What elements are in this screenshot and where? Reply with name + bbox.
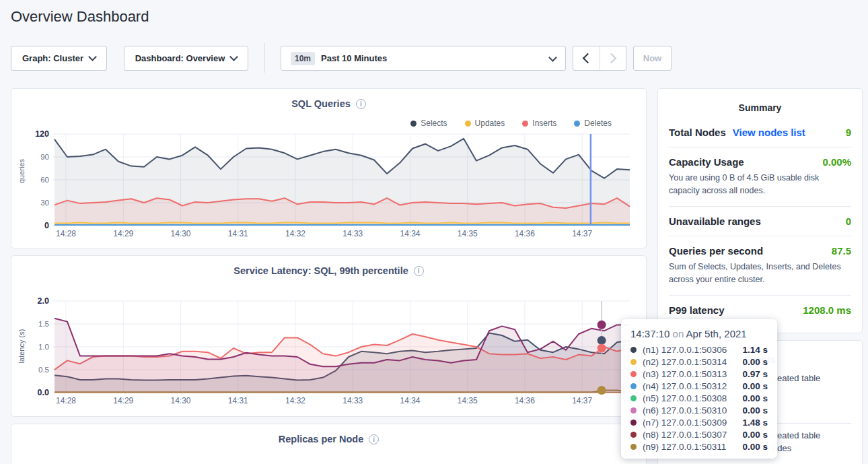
svg-text:14:32: 14:32 — [285, 229, 305, 238]
legend-item[interactable]: Updates — [465, 119, 505, 128]
now-button[interactable]: Now — [633, 46, 672, 71]
svg-text:14:36: 14:36 — [515, 229, 535, 238]
chart-title-text: SQL Queries — [291, 98, 351, 109]
svg-text:14:29: 14:29 — [113, 229, 133, 238]
summary-value: 9 — [846, 127, 851, 138]
chart-title: Replicas per Node — [11, 434, 646, 444]
view-nodes-link[interactable]: View nodes list — [733, 127, 805, 138]
tooltip-date: Apr 5th, 2021 — [686, 328, 747, 339]
summary-value: 87.5 — [832, 245, 851, 257]
summary-label: P99 latency — [669, 304, 725, 316]
prev-time-button[interactable] — [573, 46, 600, 70]
node-color-dot-icon — [630, 420, 637, 426]
summary-row-total-nodes: Total Nodes View nodes list 9 — [669, 113, 851, 147]
node-color-dot-icon — [630, 383, 637, 389]
dashboard-dropdown[interactable]: Dashboard: Overview — [124, 46, 248, 71]
node-color-dot-icon — [630, 347, 637, 353]
time-range-dropdown[interactable]: 10m Past 10 Minutes — [281, 46, 566, 71]
tooltip-row: (n8) 127.0.0.1:503070.00 s — [630, 428, 768, 440]
svg-text:14:34: 14:34 — [400, 229, 420, 238]
graph-dropdown[interactable]: Graph: Cluster — [11, 46, 107, 71]
svg-text:14:29: 14:29 — [113, 396, 133, 405]
chevron-down-icon — [229, 53, 238, 61]
node-color-dot-icon — [630, 395, 637, 401]
svg-text:1.5: 1.5 — [38, 320, 49, 328]
svg-text:14:31: 14:31 — [228, 229, 248, 238]
service-latency-chart[interactable]: 14:2814:2914:3014:3114:3214:3314:3414:35… — [28, 296, 641, 410]
node-latency-value: 0.00 s — [742, 357, 768, 367]
svg-text:30: 30 — [40, 199, 49, 207]
chevron-down-icon — [88, 53, 97, 61]
summary-value: 0.00% — [822, 156, 851, 168]
info-icon[interactable] — [369, 434, 379, 444]
node-latency-value: 0.00 s — [742, 430, 768, 440]
node-color-dot-icon — [630, 444, 637, 450]
summary-label: Unavailable ranges — [669, 216, 761, 227]
summary-label: Queries per second — [669, 245, 763, 257]
summary-row-qps: Queries per second 87.5 Sum of Selects, … — [669, 236, 851, 295]
svg-text:60: 60 — [40, 176, 49, 184]
node-label: (n1) 127.0.0.1:50306 — [643, 345, 727, 355]
graph-dropdown-label: Graph: Cluster — [22, 53, 83, 63]
svg-text:14:28: 14:28 — [56, 396, 76, 405]
node-color-dot-icon — [630, 432, 637, 438]
summary-description: Sum of Selects, Updates, Inserts, and De… — [669, 261, 851, 286]
node-label: (n2) 127.0.0.1:50314 — [643, 357, 727, 367]
tooltip-row: (n1) 127.0.0.1:503061.14 s — [630, 343, 768, 356]
legend-dot-icon — [574, 121, 580, 127]
info-icon[interactable] — [356, 99, 366, 109]
event-fragment: eated table — [777, 430, 820, 440]
summary-panel: Summary Total Nodes View nodes list 9 Ca… — [657, 88, 863, 333]
summary-value: 0 — [846, 216, 851, 227]
legend-item[interactable]: Deletes — [574, 119, 612, 128]
svg-text:14:33: 14:33 — [342, 229, 363, 238]
tooltip-row: (n4) 127.0.0.1:503120.00 s — [630, 380, 768, 392]
svg-text:1.0: 1.0 — [38, 343, 49, 351]
tooltip-row: (n9) 127.0.0.1:503110.00 s — [630, 440, 768, 453]
node-latency-value: 0.00 s — [742, 381, 768, 391]
svg-text:0.5: 0.5 — [38, 366, 49, 374]
svg-text:14:34: 14:34 — [400, 396, 420, 405]
svg-text:90: 90 — [40, 153, 49, 161]
replicas-per-node-panel: Replicas per Node — [11, 424, 647, 464]
next-time-button[interactable] — [600, 46, 626, 70]
svg-text:0.0: 0.0 — [38, 388, 49, 397]
chart-title: Service Latency: SQL, 99th percentile — [11, 265, 646, 276]
node-label: (n3) 127.0.0.1:50313 — [643, 369, 727, 379]
time-range-badge: 10m — [291, 52, 315, 65]
svg-text:14:35: 14:35 — [458, 229, 478, 238]
svg-text:14:36: 14:36 — [515, 396, 535, 405]
tooltip-on: on — [673, 328, 684, 339]
svg-text:0: 0 — [44, 221, 49, 230]
svg-text:14:37: 14:37 — [572, 396, 592, 405]
dashboard-dropdown-label: Dashboard: Overview — [135, 53, 225, 63]
info-icon[interactable] — [414, 266, 424, 276]
legend-item[interactable]: Inserts — [522, 119, 556, 128]
legend-dot-icon — [522, 121, 528, 127]
legend-label: Updates — [475, 119, 505, 128]
chart-title: SQL Queries — [11, 98, 646, 109]
svg-text:14:30: 14:30 — [170, 396, 190, 405]
node-latency-value: 1.48 s — [742, 418, 768, 428]
time-range-label: Past 10 Minutes — [321, 53, 387, 63]
node-label: (n8) 127.0.0.1:50307 — [643, 430, 727, 440]
node-latency-value: 0.00 s — [742, 393, 768, 403]
summary-value: 1208.0 ms — [803, 304, 851, 316]
node-label: (n6) 127.0.0.1:50310 — [643, 405, 727, 416]
y-axis-label: latency (s) — [17, 323, 26, 370]
overview-dashboard-page: Overview Dashboard Graph: Cluster Dashbo… — [0, 0, 868, 464]
chevron-down-icon — [548, 53, 557, 62]
chart-legend: SelectsUpdatesInsertsDeletes — [410, 119, 612, 128]
chevron-right-icon — [606, 53, 617, 64]
svg-text:2.0: 2.0 — [38, 296, 49, 306]
tooltip-row: (n7) 127.0.0.1:503091.48 s — [630, 416, 768, 428]
node-latency-value: 0.97 s — [742, 369, 768, 379]
chevron-left-icon — [582, 53, 593, 64]
legend-dot-icon — [410, 121, 417, 127]
legend-item[interactable]: Selects — [410, 119, 447, 128]
summary-description: You are using 0 B of 4.5 GiB usable disk… — [669, 172, 851, 197]
svg-text:14:37: 14:37 — [572, 229, 592, 238]
svg-text:14:30: 14:30 — [170, 229, 190, 238]
sql-queries-chart[interactable]: 14:2814:2914:3014:3114:3214:3314:3414:35… — [28, 129, 641, 243]
tooltip-row: (n3) 127.0.0.1:503130.97 s — [630, 368, 768, 380]
